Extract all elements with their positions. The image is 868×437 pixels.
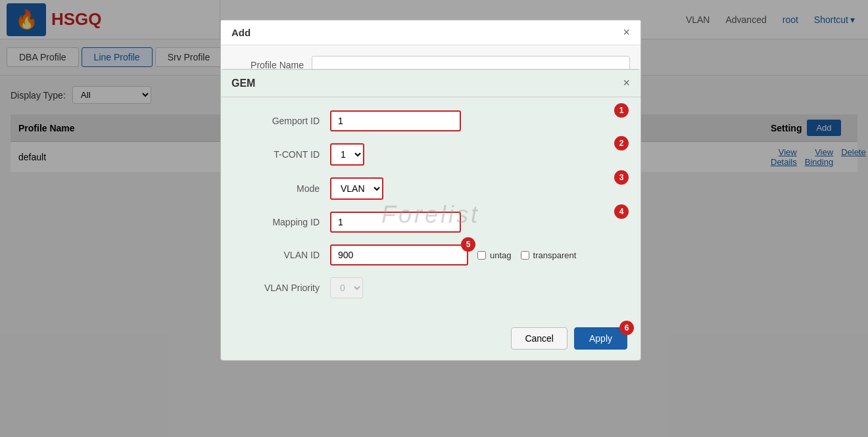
outer-dialog-header: Add × <box>221 20 640 45</box>
mode-row: Mode VLAN 3 <box>241 177 621 200</box>
transparent-checkbox-group: transparent <box>521 250 577 260</box>
vlan-priority-wrapper: 0 <box>330 277 621 298</box>
gem-dialog: GEM × Gemport ID 1 T-CONT ID 1 2 Mode <box>220 69 641 361</box>
mode-select[interactable]: VLAN <box>330 177 383 200</box>
transparent-label: transparent <box>533 250 577 260</box>
step-badge-1: 1 <box>614 103 629 118</box>
vlan-id-label: VLAN ID <box>241 250 320 260</box>
tcont-id-select[interactable]: 1 <box>330 143 364 166</box>
vlan-priority-select[interactable]: 0 <box>330 277 363 298</box>
gem-dialog-close-button[interactable]: × <box>623 76 630 90</box>
tcont-id-label: T-CONT ID <box>241 149 320 160</box>
vlan-priority-row: VLAN Priority 0 <box>241 277 621 298</box>
gem-dialog-footer: Cancel Apply 6 <box>221 321 640 360</box>
gem-dialog-header: GEM × <box>221 70 640 97</box>
step-badge-6: 6 <box>619 321 634 335</box>
untag-checkbox[interactable] <box>477 251 486 260</box>
gem-dialog-body: Gemport ID 1 T-CONT ID 1 2 Mode VLAN <box>221 97 640 321</box>
vlan-id-input[interactable] <box>330 244 468 265</box>
step-badge-4: 4 <box>614 204 629 219</box>
untag-checkbox-group: untag <box>477 250 512 260</box>
apply-button-wrapper: Apply 6 <box>574 327 627 350</box>
gemport-id-row: Gemport ID 1 <box>241 110 621 131</box>
mapping-id-row: Mapping ID 4 <box>241 212 621 233</box>
cancel-button[interactable]: Cancel <box>511 327 567 350</box>
mode-label: Mode <box>241 183 320 194</box>
step-badge-3: 3 <box>614 170 629 185</box>
outer-dialog-title: Add <box>231 27 251 38</box>
mapping-id-wrapper: 4 <box>330 212 621 233</box>
tcont-id-wrapper: 1 2 <box>330 143 621 166</box>
mapping-id-label: Mapping ID <box>241 217 320 227</box>
untag-label: untag <box>490 250 512 260</box>
gemport-id-label: Gemport ID <box>241 116 320 126</box>
gemport-id-wrapper: 1 <box>330 110 621 131</box>
gemport-id-input[interactable] <box>330 110 461 131</box>
vlan-priority-label: VLAN Priority <box>241 283 320 293</box>
transparent-checkbox[interactable] <box>521 251 529 260</box>
vlan-id-row: VLAN ID 5 untag transparent <box>241 244 621 265</box>
step-badge-2: 2 <box>614 136 629 150</box>
step-badge-5: 5 <box>461 237 475 252</box>
mapping-id-input[interactable] <box>330 212 461 233</box>
gem-dialog-title: GEM <box>231 78 255 89</box>
outer-dialog-close-button[interactable]: × <box>623 26 630 39</box>
tcont-id-row: T-CONT ID 1 2 <box>241 143 621 166</box>
mode-wrapper: VLAN 3 <box>330 177 621 200</box>
